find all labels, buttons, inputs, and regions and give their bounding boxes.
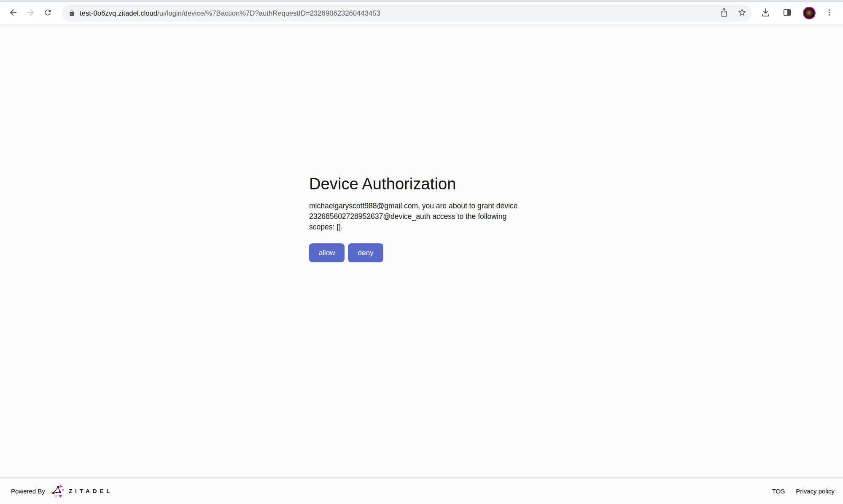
side-panel-button[interactable] bbox=[780, 6, 794, 20]
refresh-button[interactable] bbox=[40, 6, 55, 20]
bookmark-button[interactable] bbox=[737, 8, 747, 19]
device-authorization-card: Device Authorization michaelgaryscott988… bbox=[309, 175, 539, 262]
url-domain: test-0o6zvq.zitadel.cloud bbox=[80, 9, 157, 17]
footer-links: TOS Privacy policy bbox=[772, 488, 835, 495]
side-panel-icon bbox=[783, 8, 792, 18]
device-authorization-page: Device Authorization michaelgaryscott988… bbox=[0, 25, 843, 504]
toolbar-right-actions bbox=[751, 6, 837, 20]
allow-button[interactable]: allow bbox=[309, 243, 345, 262]
page-footer: Powered By bbox=[0, 477, 843, 504]
browser-menu-button[interactable] bbox=[822, 6, 836, 20]
browser-toolbar: test-0o6zvq.zitadel.cloud/ui/login/devic… bbox=[0, 2, 843, 24]
refresh-icon bbox=[43, 8, 52, 18]
zitadel-wordmark: ZITADEL bbox=[69, 488, 113, 494]
download-icon bbox=[761, 8, 770, 19]
back-button[interactable] bbox=[6, 6, 20, 20]
page-title: Device Authorization bbox=[309, 175, 539, 193]
lock-icon[interactable] bbox=[69, 10, 75, 17]
action-buttons: allow deny bbox=[309, 243, 539, 262]
forward-button[interactable] bbox=[23, 6, 38, 20]
powered-by-label: Powered By bbox=[11, 488, 45, 495]
address-bar[interactable]: test-0o6zvq.zitadel.cloud/ui/login/devic… bbox=[62, 5, 751, 22]
three-dot-menu-icon bbox=[825, 8, 834, 18]
tos-link[interactable]: TOS bbox=[772, 488, 785, 495]
forward-arrow-icon bbox=[26, 8, 35, 19]
user-avatar[interactable] bbox=[803, 7, 816, 19]
browser-window: test-0o6zvq.zitadel.cloud/ui/login/devic… bbox=[0, 0, 843, 504]
bookmark-star-icon bbox=[737, 8, 747, 19]
privacy-policy-link[interactable]: Privacy policy bbox=[796, 488, 835, 495]
zitadel-logo-icon bbox=[50, 484, 65, 498]
share-button[interactable] bbox=[719, 8, 729, 19]
deny-button[interactable]: deny bbox=[348, 243, 383, 262]
url-path: /ui/login/device/%7Baction%7D?authReques… bbox=[157, 9, 380, 17]
downloads-button[interactable] bbox=[758, 6, 773, 20]
back-arrow-icon bbox=[8, 8, 18, 19]
powered-by-block: Powered By bbox=[11, 484, 113, 498]
grant-description: michaelgaryscott988@gmail.com, you are a… bbox=[309, 201, 539, 232]
share-icon bbox=[719, 8, 729, 19]
url-text: test-0o6zvq.zitadel.cloud/ui/login/devic… bbox=[80, 9, 719, 17]
